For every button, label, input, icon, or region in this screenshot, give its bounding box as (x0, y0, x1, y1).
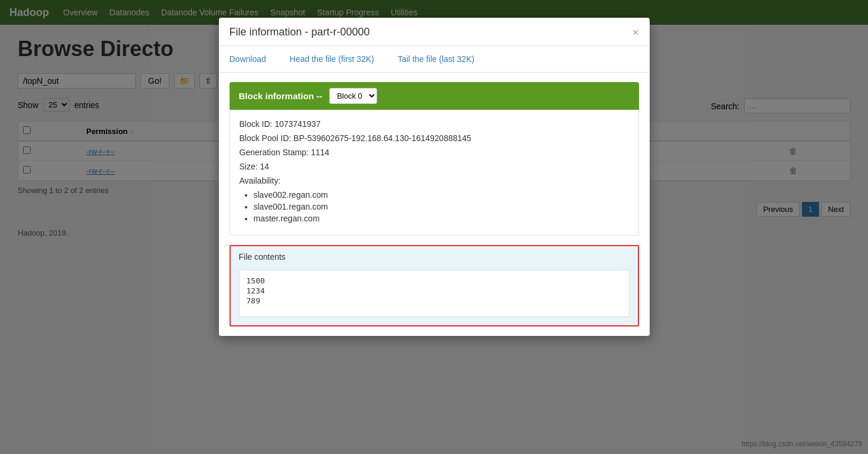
modal-header: File information - part-r-00000 × (219, 18, 650, 46)
modal-close-button[interactable]: × (633, 27, 639, 38)
modal-toolbar: Download Head the file (first 32K) Tail … (219, 46, 650, 73)
generation-value: 1114 (311, 148, 329, 157)
block-id-value: 1073741937 (274, 119, 320, 129)
download-link[interactable]: Download (230, 54, 266, 64)
size-value: 14 (260, 162, 270, 171)
modal-dialog: File information - part-r-00000 × Downlo… (219, 18, 650, 336)
file-contents-wrapper: File contents 15001234789 (230, 245, 639, 326)
availability-list: slave002.regan.comslave001.regan.commast… (254, 190, 629, 223)
generation-stamp-text: Generation Stamp: 1114 (240, 148, 629, 157)
file-content-line: 1500 (247, 276, 622, 285)
availability-node: slave001.regan.com (254, 202, 629, 211)
file-content-line: 789 (247, 296, 622, 305)
block-id-label: Block ID: (240, 119, 273, 129)
block-details: Block ID: 1073741937 Block Pool ID: BP-5… (230, 110, 639, 236)
head-file-link[interactable]: Head the file (first 32K) (290, 54, 374, 64)
file-contents-label: File contents (231, 246, 638, 265)
modal-body: Block information -- Block 0 Block ID: 1… (219, 73, 650, 336)
modal-title: File information - part-r-00000 (230, 26, 370, 38)
size-text: Size: 14 (240, 162, 629, 171)
tail-file-link[interactable]: Tail the file (last 32K) (398, 54, 474, 64)
block-info-label: Block information -- (239, 91, 323, 101)
availability-node: master.regan.com (254, 214, 629, 223)
block-pool-text: Block Pool ID: BP-539602675-192.168.64.1… (240, 133, 629, 143)
availability-node: slave002.regan.com (254, 190, 629, 200)
block-pool-value: BP-539602675-192.168.64.130-161492088814… (293, 133, 471, 143)
block-info-header: Block information -- Block 0 (230, 82, 639, 110)
generation-label: Generation Stamp: (240, 148, 309, 157)
modal-overlay: File information - part-r-00000 × Downlo… (0, 0, 868, 454)
availability-label: Availability: (240, 176, 629, 185)
block-select[interactable]: Block 0 (329, 88, 377, 104)
block-id-text: Block ID: 1073741937 (240, 119, 629, 129)
file-contents-body: 15001234789 (239, 270, 630, 317)
file-content-line: 1234 (247, 286, 622, 295)
block-pool-label: Block Pool ID: (240, 133, 291, 143)
size-label: Size: (240, 162, 258, 171)
